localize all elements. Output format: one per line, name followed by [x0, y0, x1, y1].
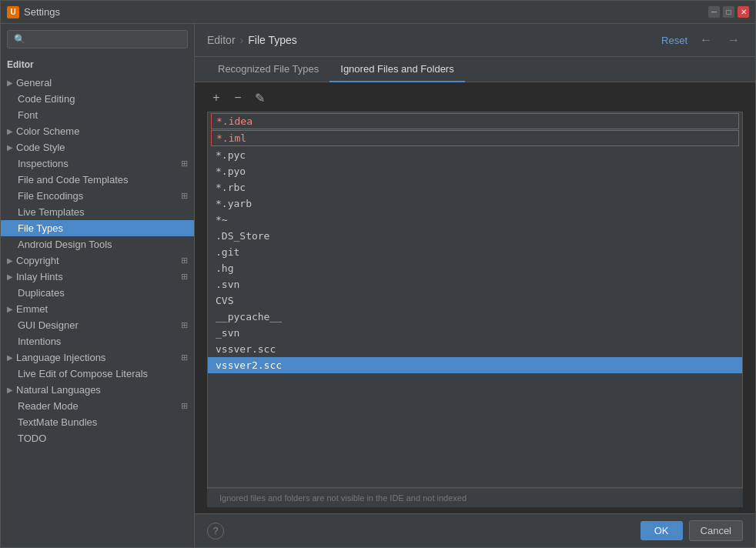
sidebar-item-textmate-bundles[interactable]: TextMate Bundles — [1, 414, 194, 430]
sidebar-item-label: File Types — [18, 222, 63, 234]
sidebar-item-label: Android Design Tools — [18, 239, 112, 250]
sidebar-group-code-style[interactable]: ▶Code Style — [1, 139, 194, 155]
main-content: Editor ▶GeneralCode EditingFont▶Color Sc… — [1, 24, 755, 547]
list-item[interactable]: *.pyo — [208, 163, 742, 179]
sidebar-group-emmet[interactable]: ▶Emmet — [1, 301, 194, 317]
main-panel: Editor › File Types Reset ← → Recognized… — [195, 24, 755, 547]
list-item[interactable]: *.iml — [211, 130, 739, 146]
header-actions: Reset ← → — [661, 32, 743, 48]
settings-badge-icon: ⊞ — [181, 191, 188, 201]
sidebar-item-label: TextMate Bundles — [18, 416, 97, 428]
remove-button[interactable]: − — [229, 89, 247, 107]
chevron-right-icon: ▶ — [7, 353, 13, 362]
sidebar-item-label: TODO — [18, 433, 46, 444]
list-item[interactable]: *.idea — [211, 113, 739, 129]
bottom-left: ? — [207, 523, 634, 540]
sidebar-item-label: Inlay Hints — [16, 271, 63, 282]
sidebar-group-copyright[interactable]: ▶Copyright⊞ — [1, 252, 194, 269]
chevron-right-icon: ▶ — [7, 305, 13, 313]
window-title: Settings — [24, 6, 708, 18]
tabs-bar: Recognized File TypesIgnored Files and F… — [195, 57, 755, 82]
settings-badge-icon: ⊞ — [181, 256, 188, 266]
list-item[interactable]: CVS — [208, 292, 742, 309]
sidebar-item-gui-designer[interactable]: GUI Designer⊞ — [1, 317, 194, 333]
sidebar-item-intentions[interactable]: Intentions — [1, 333, 194, 349]
edit-button[interactable]: ✎ — [250, 89, 269, 107]
list-item[interactable]: __pycache__ — [208, 309, 742, 325]
list-item[interactable]: .DS_Store — [208, 228, 742, 244]
sidebar-item-inspections[interactable]: Inspections⊞ — [1, 155, 194, 172]
help-button[interactable]: ? — [207, 523, 224, 540]
sidebar-item-label: Inspections — [18, 158, 69, 169]
maximize-button[interactable]: □ — [723, 6, 734, 18]
sidebar-search-area — [1, 24, 194, 55]
settings-badge-icon: ⊞ — [181, 159, 188, 169]
breadcrumb-current: File Types — [248, 34, 297, 46]
sidebar-item-label: Natural Languages — [16, 384, 101, 396]
sidebar-item-label: Font — [18, 109, 38, 121]
sidebar-item-file-encodings[interactable]: File Encodings⊞ — [1, 188, 194, 204]
sidebar-item-label: GUI Designer — [18, 319, 79, 331]
chevron-right-icon: ▶ — [7, 143, 13, 152]
title-bar: U Settings ─ □ ✕ — [1, 1, 755, 24]
sidebar-item-label: File and Code Templates — [18, 174, 129, 185]
list-item[interactable]: _svn — [208, 325, 742, 341]
toolbar: + − ✎ — [207, 89, 743, 107]
file-list: *.idea*.iml*.pyc*.pyo*.rbc*.yarb*~.DS_St… — [207, 112, 743, 488]
main-header: Editor › File Types Reset ← → — [195, 24, 755, 57]
sidebar-item-file-types[interactable]: File Types — [1, 220, 194, 236]
list-item[interactable]: *.yarb — [208, 195, 742, 212]
bottom-bar: ? OK Cancel — [195, 513, 755, 547]
list-item[interactable]: .hg — [208, 260, 742, 276]
sidebar-item-code-editing[interactable]: Code Editing — [1, 91, 194, 107]
sidebar-section-label: Editor — [1, 55, 194, 72]
sidebar-item-file-code-templates[interactable]: File and Code Templates — [1, 172, 194, 188]
sidebar-item-font[interactable]: Font — [1, 107, 194, 123]
add-button[interactable]: + — [207, 89, 226, 107]
sidebar-item-duplicates[interactable]: Duplicates — [1, 285, 194, 301]
ok-button[interactable]: OK — [641, 521, 683, 540]
list-item[interactable]: vssver2.scc — [208, 357, 742, 373]
sidebar-group-inlay-hints[interactable]: ▶Inlay Hints⊞ — [1, 269, 194, 285]
sidebar-item-label: Copyright — [16, 255, 59, 266]
sidebar-item-label: General — [16, 77, 52, 89]
tab-ignored[interactable]: Ignored Files and Folders — [329, 57, 464, 82]
tab-recognized[interactable]: Recognized File Types — [207, 57, 329, 82]
forward-button[interactable]: → — [724, 32, 743, 48]
sidebar-group-color-scheme[interactable]: ▶Color Scheme — [1, 123, 194, 139]
sidebar-item-android-design-tools[interactable]: Android Design Tools — [1, 236, 194, 252]
list-item[interactable]: *.pyc — [208, 147, 742, 163]
settings-badge-icon: ⊞ — [181, 272, 188, 282]
sidebar-item-label: Duplicates — [18, 287, 65, 299]
minimize-button[interactable]: ─ — [708, 6, 720, 18]
chevron-right-icon: ▶ — [7, 386, 13, 394]
list-item[interactable]: .git — [208, 244, 742, 260]
list-item[interactable]: *.rbc — [208, 179, 742, 195]
search-input[interactable] — [7, 30, 188, 48]
sidebar-item-label: Emmet — [16, 303, 48, 315]
sidebar-item-label: Code Style — [16, 142, 65, 153]
sidebar-item-reader-mode[interactable]: Reader Mode⊞ — [1, 398, 194, 414]
list-item[interactable]: .svn — [208, 276, 742, 292]
breadcrumb-separator: › — [240, 34, 244, 46]
list-item[interactable]: vssver.scc — [208, 341, 742, 357]
sidebar-group-language-injections[interactable]: ▶Language Injections⊞ — [1, 349, 194, 366]
sidebar-item-todo[interactable]: TODO — [1, 430, 194, 446]
breadcrumb-parent: Editor — [207, 34, 236, 46]
sidebar-list: ▶GeneralCode EditingFont▶Color Scheme▶Co… — [1, 72, 194, 547]
sidebar-item-label: Language Injections — [16, 352, 105, 363]
window-controls: ─ □ ✕ — [708, 6, 749, 18]
sidebar-item-label: Color Scheme — [16, 125, 79, 137]
sidebar-item-live-templates[interactable]: Live Templates — [1, 204, 194, 220]
cancel-button[interactable]: Cancel — [689, 520, 743, 541]
list-item[interactable]: *~ — [208, 212, 742, 228]
sidebar-group-natural-languages[interactable]: ▶Natural Languages — [1, 382, 194, 398]
sidebar-group-general[interactable]: ▶General — [1, 75, 194, 91]
app-icon: U — [7, 6, 19, 18]
reset-button[interactable]: Reset — [661, 35, 687, 46]
status-bar: Ignored files and folders are not visibl… — [207, 488, 743, 507]
sidebar-item-live-edit-compose[interactable]: Live Edit of Compose Literals — [1, 366, 194, 382]
settings-badge-icon: ⊞ — [181, 401, 188, 411]
close-button[interactable]: ✕ — [738, 6, 749, 18]
back-button[interactable]: ← — [697, 32, 715, 48]
